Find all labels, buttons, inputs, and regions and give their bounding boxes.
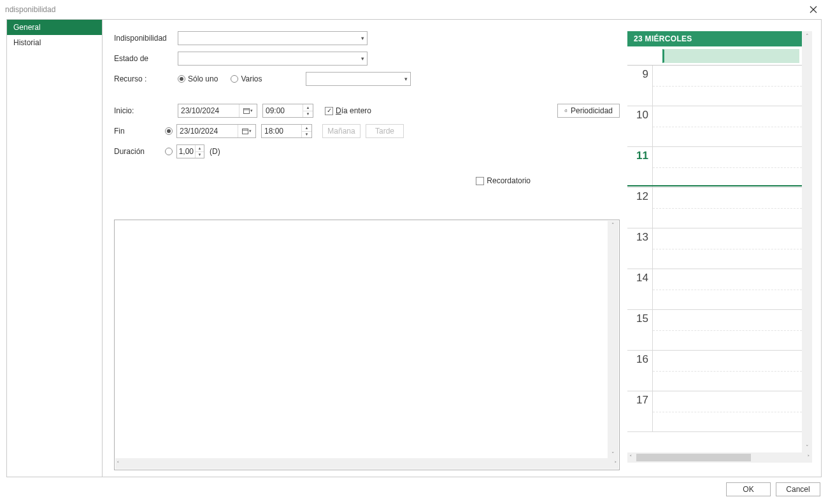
combo-recurso[interactable]: ▾ xyxy=(306,72,411,86)
scroll-down-icon[interactable]: ˅ xyxy=(611,451,615,458)
button-periodicidad[interactable]: Periodicidad xyxy=(557,104,620,118)
calendar-hour-row[interactable]: 14 xyxy=(627,269,802,310)
side-tabs: General Historial xyxy=(7,20,103,477)
time-inicio[interactable]: 09:00 ▲▼ xyxy=(262,104,313,118)
duracion-unit: (D) xyxy=(210,147,220,156)
radio-dot-icon xyxy=(165,148,173,155)
hour-slot[interactable] xyxy=(653,310,802,351)
scroll-left-icon[interactable]: ˂ xyxy=(117,461,120,467)
close-button[interactable] xyxy=(804,1,823,18)
check-icon xyxy=(476,177,484,185)
tab-general[interactable]: General xyxy=(7,20,102,35)
label-indisponibilidad: Indisponibilidad xyxy=(114,34,178,43)
hour-slot[interactable] xyxy=(653,66,802,106)
scroll-up-icon[interactable]: ˄ xyxy=(806,33,809,39)
combo-estado[interactable]: ▾ xyxy=(178,52,368,66)
calendar-grid[interactable]: 91011121314151617 xyxy=(627,66,802,432)
hour-slot[interactable] xyxy=(653,391,802,432)
calendar-icon[interactable]: ▾ xyxy=(238,125,255,137)
now-line xyxy=(627,185,802,186)
button-manana: Mañana xyxy=(322,124,360,138)
calendar-hour-row[interactable]: 13 xyxy=(627,228,802,269)
spin-up-icon[interactable]: ▲ xyxy=(303,104,313,111)
calendar-scroll-vertical[interactable]: ˄ ˅ xyxy=(802,31,812,452)
calendar-hour-row[interactable]: 17 xyxy=(627,391,802,432)
spin-up-icon[interactable]: ▲ xyxy=(302,125,311,132)
combo-indisponibilidad[interactable]: ▾ xyxy=(178,31,368,45)
label-estado: Estado de xyxy=(114,54,178,63)
hour-slot[interactable] xyxy=(653,351,802,391)
hour-label: 10 xyxy=(627,106,653,147)
scroll-down-icon[interactable]: ˅ xyxy=(806,444,809,451)
hour-slot[interactable] xyxy=(653,188,802,228)
spin-down-icon[interactable]: ▼ xyxy=(302,132,311,138)
hour-label: 16 xyxy=(627,351,653,391)
label-recurso: Recurso : xyxy=(114,74,178,83)
scroll-thumb[interactable] xyxy=(636,454,751,461)
calendar-hour-row[interactable]: 11 xyxy=(627,147,802,188)
hour-label: 14 xyxy=(627,269,653,310)
check-icon xyxy=(325,107,333,115)
allday-event[interactable] xyxy=(662,49,799,63)
calendar-icon[interactable]: ▾ xyxy=(239,104,257,117)
radio-duracion[interactable] xyxy=(165,148,173,155)
calendar-hour-row[interactable]: 15 xyxy=(627,310,802,351)
hour-label: 17 xyxy=(627,391,653,432)
time-fin[interactable]: 18:00 ▲▼ xyxy=(261,124,312,138)
scroll-up-icon[interactable]: ˄ xyxy=(611,222,615,228)
checkbox-dia-entero[interactable]: Día entero xyxy=(325,106,371,115)
calendar-hour-row[interactable]: 16 xyxy=(627,351,802,391)
scrollbar-vertical[interactable]: ˄ ˅ xyxy=(608,221,618,459)
scroll-right-icon[interactable]: ˃ xyxy=(614,461,617,467)
scroll-right-icon[interactable]: ˃ xyxy=(807,454,810,461)
spin-down-icon[interactable]: ▼ xyxy=(196,152,204,158)
hour-slot[interactable] xyxy=(653,269,802,310)
calendar-scroll-horizontal[interactable]: ˂ ˃ xyxy=(627,452,812,463)
hour-slot[interactable] xyxy=(653,228,802,269)
date-fin[interactable]: 23/10/2024 ▾ xyxy=(176,124,256,138)
close-icon xyxy=(810,6,817,13)
hour-label: 15 xyxy=(627,310,653,351)
ok-button[interactable]: OK xyxy=(726,482,771,496)
cancel-button[interactable]: Cancel xyxy=(776,482,820,496)
window-title: ndisponibilidad xyxy=(5,5,55,14)
label-inicio: Inicio: xyxy=(114,106,178,115)
spin-duracion[interactable]: 1,00 ▲▼ xyxy=(176,144,204,158)
button-tarde: Tarde xyxy=(366,124,404,138)
svg-rect-4 xyxy=(243,129,248,134)
scroll-left-icon[interactable]: ˂ xyxy=(629,454,632,461)
svg-rect-2 xyxy=(244,109,250,114)
hour-label: 11 xyxy=(627,147,653,188)
radio-dot-icon xyxy=(231,75,238,83)
calendar-hour-row[interactable]: 9 xyxy=(627,66,802,106)
spin-up-icon[interactable]: ▲ xyxy=(196,145,204,152)
date-inicio[interactable]: 23/10/2024 ▾ xyxy=(178,104,257,118)
checkbox-recordatorio[interactable]: Recordatorio xyxy=(476,176,531,185)
spin-down-icon[interactable]: ▼ xyxy=(303,111,313,118)
calendar-header: 23 MIÉRCOLES xyxy=(627,31,802,46)
radio-dot-icon xyxy=(165,127,173,135)
radio-fin[interactable] xyxy=(165,127,173,135)
hour-label: 13 xyxy=(627,228,653,269)
tab-historial[interactable]: Historial xyxy=(7,35,102,50)
calendar-hour-row[interactable]: 10 xyxy=(627,106,802,147)
hour-slot[interactable] xyxy=(653,106,802,147)
calendar-allday-row xyxy=(627,46,802,66)
hour-slot[interactable] xyxy=(653,147,802,188)
scrollbar-horizontal[interactable]: ˂ ˃ xyxy=(115,458,618,469)
notes-textarea[interactable]: ˄ ˅ ˂ ˃ xyxy=(114,220,620,470)
refresh-icon xyxy=(564,107,567,115)
radio-solo-uno[interactable]: Sólo uno xyxy=(178,74,218,83)
hour-label: 9 xyxy=(627,66,653,106)
calendar-hour-row[interactable]: 12 xyxy=(627,188,802,228)
radio-dot-icon xyxy=(178,75,185,83)
radio-varios[interactable]: Varios xyxy=(231,74,262,83)
hour-label: 12 xyxy=(627,188,653,228)
